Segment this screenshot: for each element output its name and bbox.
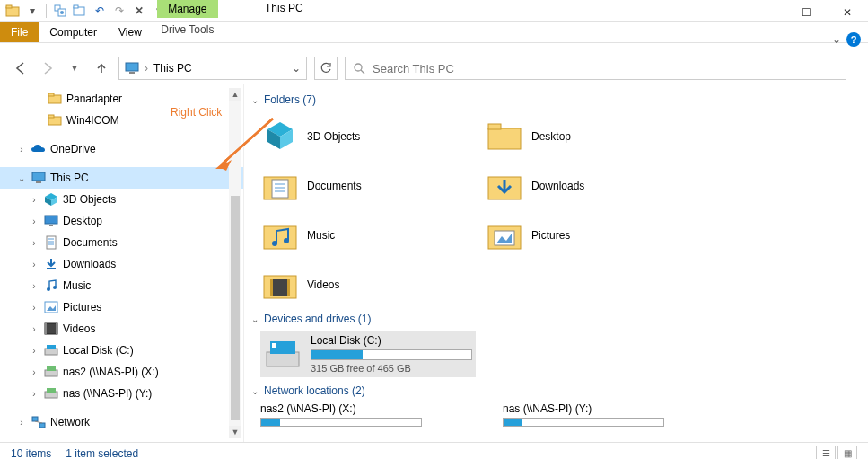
tree-item-network[interactable]: › Network bbox=[0, 411, 243, 433]
drive-tools-label: Drive Tools bbox=[161, 20, 214, 36]
address-dropdown-icon[interactable]: ⌄ bbox=[292, 62, 301, 75]
close-button[interactable]: ✕ bbox=[827, 0, 868, 25]
svg-rect-39 bbox=[47, 388, 56, 393]
tree-item-thispc[interactable]: ⌄ This PC bbox=[0, 167, 243, 189]
desktop-icon bbox=[43, 213, 59, 229]
window-title: This PC bbox=[265, 2, 303, 14]
pc-icon bbox=[31, 170, 47, 186]
refresh-button[interactable] bbox=[314, 57, 338, 80]
manage-tab[interactable]: Manage bbox=[157, 0, 217, 18]
view-details-button[interactable]: ☰ bbox=[816, 446, 836, 460]
address-text: This PC bbox=[153, 62, 192, 75]
scrollbar[interactable]: ▲ ▼ bbox=[229, 88, 241, 438]
tree-item-panadapter[interactable]: Panadapter bbox=[0, 88, 243, 110]
group-header-netloc[interactable]: ⌄ Network locations (2) bbox=[251, 384, 864, 397]
svg-point-4 bbox=[60, 11, 64, 14]
address-sep: › bbox=[145, 62, 148, 75]
delete-icon[interactable]: ✕ bbox=[130, 2, 148, 20]
maximize-button[interactable]: ☐ bbox=[785, 0, 827, 25]
folder-music[interactable]: Music bbox=[259, 210, 483, 260]
svg-rect-32 bbox=[45, 323, 47, 334]
svg-point-28 bbox=[53, 286, 57, 289]
forward-button[interactable] bbox=[38, 58, 57, 78]
svg-rect-8 bbox=[129, 72, 135, 74]
scroll-up-icon[interactable]: ▲ bbox=[229, 88, 241, 101]
up-button[interactable] bbox=[92, 58, 111, 78]
tree-item-localdisk[interactable]: › Local Disk (C:) bbox=[0, 340, 243, 361]
tree-item-desktop[interactable]: › Desktop bbox=[0, 210, 243, 232]
chevron-icon[interactable]: › bbox=[16, 145, 27, 154]
svg-rect-12 bbox=[48, 93, 54, 96]
folder-icon[interactable] bbox=[4, 2, 22, 20]
view-icons-button[interactable]: ▦ bbox=[837, 446, 857, 460]
svg-rect-63 bbox=[287, 279, 290, 296]
folder-pictures[interactable]: Pictures bbox=[483, 210, 707, 260]
cube-icon bbox=[262, 119, 298, 154]
svg-rect-37 bbox=[47, 366, 56, 371]
folder-icon bbox=[487, 119, 522, 154]
svg-rect-66 bbox=[272, 343, 276, 348]
tree-item-downloads[interactable]: › Downloads bbox=[0, 253, 243, 275]
drive-localdisk[interactable]: Local Disk (C:) 315 GB free of 465 GB bbox=[260, 331, 476, 377]
computer-tab[interactable]: Computer bbox=[39, 22, 108, 42]
scroll-down-icon[interactable]: ▼ bbox=[229, 426, 241, 438]
folder-documents[interactable]: Documents bbox=[259, 161, 483, 210]
minimize-button[interactable]: ─ bbox=[744, 0, 785, 25]
tree-item-onedrive[interactable]: › OneDrive bbox=[0, 138, 243, 160]
net-usage-bar bbox=[260, 418, 422, 427]
search-input[interactable] bbox=[373, 62, 838, 75]
ribbon-collapse-icon[interactable]: ⌄ bbox=[832, 33, 841, 46]
tree-item-pictures[interactable]: › Pictures bbox=[0, 296, 243, 318]
netloc-nas2[interactable]: nas2 (\\NAS-PI) (X:) bbox=[260, 402, 476, 427]
redo-icon[interactable]: ↷ bbox=[110, 2, 128, 20]
group-header-devices[interactable]: ⌄ Devices and drives (1) bbox=[251, 313, 864, 325]
folder-desktop[interactable]: Desktop bbox=[483, 111, 707, 161]
svg-rect-41 bbox=[39, 423, 45, 428]
chevron-down-icon: ⌄ bbox=[251, 386, 259, 396]
chevron-down-icon[interactable]: ⌄ bbox=[16, 173, 27, 183]
svg-rect-34 bbox=[45, 349, 57, 355]
undo-icon[interactable]: ↶ bbox=[91, 2, 109, 20]
drive-usage-bar bbox=[311, 349, 472, 360]
tree-item-nas[interactable]: › nas (\\NAS-PI) (Y:) bbox=[0, 383, 243, 404]
svg-rect-22 bbox=[47, 236, 56, 249]
svg-rect-47 bbox=[488, 124, 501, 129]
chevron-down-icon[interactable]: ▾ bbox=[23, 2, 41, 20]
group-header-folders[interactable]: ⌄ Folders (7) bbox=[251, 93, 864, 106]
recent-dropdown[interactable]: ▼ bbox=[65, 58, 84, 78]
svg-point-56 bbox=[284, 238, 289, 243]
scroll-thumb[interactable] bbox=[231, 196, 240, 420]
tree-item-documents[interactable]: › Documents bbox=[0, 232, 243, 253]
folder-downloads[interactable]: Downloads bbox=[483, 161, 707, 210]
svg-rect-46 bbox=[488, 128, 521, 149]
content-pane: ⌄ Folders (7) 3D Objects Desktop Documen… bbox=[244, 84, 868, 442]
properties-icon[interactable] bbox=[51, 2, 69, 20]
new-folder-icon[interactable] bbox=[71, 2, 89, 20]
back-button[interactable] bbox=[11, 58, 31, 78]
svg-rect-20 bbox=[45, 216, 57, 224]
svg-rect-35 bbox=[47, 345, 56, 349]
tree-item-videos[interactable]: › Videos bbox=[0, 318, 243, 340]
svg-point-9 bbox=[355, 64, 362, 71]
folder-videos[interactable]: Videos bbox=[259, 260, 483, 309]
folder-3dobjects[interactable]: 3D Objects bbox=[259, 111, 483, 161]
tree-item-win4icom[interactable]: Win4ICOM bbox=[0, 110, 243, 131]
chevron-down-icon: ⌄ bbox=[251, 314, 259, 324]
search-bar[interactable] bbox=[345, 57, 846, 80]
cube-icon bbox=[43, 191, 59, 207]
file-tab[interactable]: File bbox=[0, 22, 39, 42]
svg-rect-36 bbox=[45, 370, 57, 376]
network-icon bbox=[31, 414, 47, 430]
svg-point-27 bbox=[47, 287, 50, 291]
video-folder-icon bbox=[262, 267, 298, 303]
svg-point-55 bbox=[272, 241, 277, 246]
navigation-bar: ▼ › This PC ⌄ bbox=[0, 52, 868, 84]
view-tab[interactable]: View bbox=[108, 22, 153, 42]
tree-item-music[interactable]: › Music bbox=[0, 275, 243, 296]
tree-item-nas2[interactable]: › nas2 (\\NAS-PI) (X:) bbox=[0, 361, 243, 383]
netloc-nas[interactable]: nas (\\NAS-PI) (Y:) bbox=[503, 402, 718, 427]
svg-line-10 bbox=[361, 70, 364, 74]
tree-item-3dobjects[interactable]: › 3D Objects bbox=[0, 189, 243, 210]
address-bar[interactable]: › This PC ⌄ bbox=[118, 57, 307, 80]
help-icon[interactable]: ? bbox=[846, 32, 861, 47]
